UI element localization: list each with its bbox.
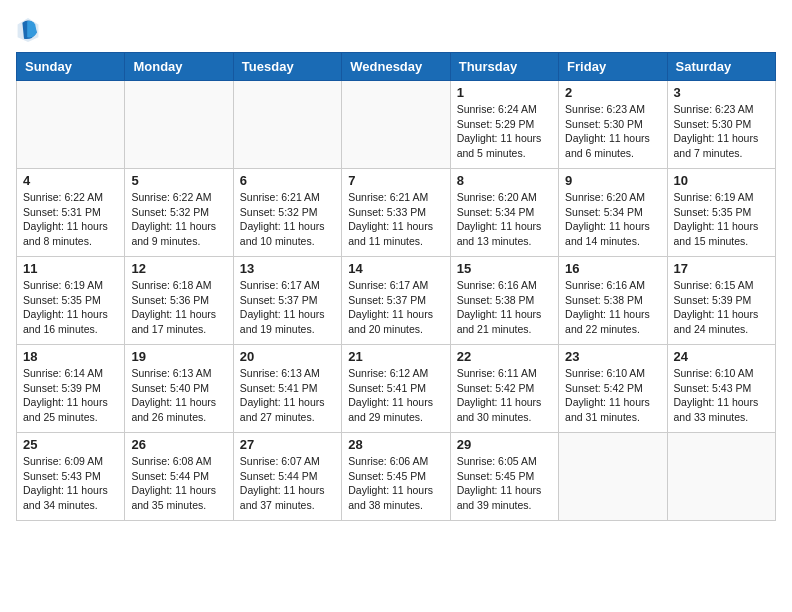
- calendar-cell: 17Sunrise: 6:15 AMSunset: 5:39 PMDayligh…: [667, 257, 775, 345]
- calendar-cell: 11Sunrise: 6:19 AMSunset: 5:35 PMDayligh…: [17, 257, 125, 345]
- day-info: Sunrise: 6:15 AMSunset: 5:39 PMDaylight:…: [674, 278, 769, 337]
- calendar-cell: 27Sunrise: 6:07 AMSunset: 5:44 PMDayligh…: [233, 433, 341, 521]
- calendar-cell: 3Sunrise: 6:23 AMSunset: 5:30 PMDaylight…: [667, 81, 775, 169]
- day-info: Sunrise: 6:21 AMSunset: 5:32 PMDaylight:…: [240, 190, 335, 249]
- header: [16, 16, 776, 44]
- day-info: Sunrise: 6:07 AMSunset: 5:44 PMDaylight:…: [240, 454, 335, 513]
- calendar-cell: 15Sunrise: 6:16 AMSunset: 5:38 PMDayligh…: [450, 257, 558, 345]
- day-number: 12: [131, 261, 226, 276]
- calendar-cell: 7Sunrise: 6:21 AMSunset: 5:33 PMDaylight…: [342, 169, 450, 257]
- day-header-saturday: Saturday: [667, 53, 775, 81]
- day-info: Sunrise: 6:05 AMSunset: 5:45 PMDaylight:…: [457, 454, 552, 513]
- calendar-cell: 2Sunrise: 6:23 AMSunset: 5:30 PMDaylight…: [559, 81, 667, 169]
- day-info: Sunrise: 6:16 AMSunset: 5:38 PMDaylight:…: [457, 278, 552, 337]
- day-number: 11: [23, 261, 118, 276]
- day-number: 9: [565, 173, 660, 188]
- day-header-monday: Monday: [125, 53, 233, 81]
- day-number: 23: [565, 349, 660, 364]
- calendar-cell: 18Sunrise: 6:14 AMSunset: 5:39 PMDayligh…: [17, 345, 125, 433]
- day-number: 6: [240, 173, 335, 188]
- day-number: 24: [674, 349, 769, 364]
- calendar-table: SundayMondayTuesdayWednesdayThursdayFrid…: [16, 52, 776, 521]
- day-info: Sunrise: 6:13 AMSunset: 5:41 PMDaylight:…: [240, 366, 335, 425]
- day-info: Sunrise: 6:10 AMSunset: 5:43 PMDaylight:…: [674, 366, 769, 425]
- day-info: Sunrise: 6:10 AMSunset: 5:42 PMDaylight:…: [565, 366, 660, 425]
- day-number: 5: [131, 173, 226, 188]
- week-row-5: 25Sunrise: 6:09 AMSunset: 5:43 PMDayligh…: [17, 433, 776, 521]
- day-number: 7: [348, 173, 443, 188]
- day-info: Sunrise: 6:19 AMSunset: 5:35 PMDaylight:…: [23, 278, 118, 337]
- logo-icon: [16, 16, 40, 44]
- day-info: Sunrise: 6:20 AMSunset: 5:34 PMDaylight:…: [457, 190, 552, 249]
- logo: [16, 16, 44, 44]
- calendar-cell: [17, 81, 125, 169]
- day-number: 20: [240, 349, 335, 364]
- day-number: 10: [674, 173, 769, 188]
- day-info: Sunrise: 6:17 AMSunset: 5:37 PMDaylight:…: [240, 278, 335, 337]
- day-number: 8: [457, 173, 552, 188]
- calendar-cell: [559, 433, 667, 521]
- day-header-wednesday: Wednesday: [342, 53, 450, 81]
- day-info: Sunrise: 6:08 AMSunset: 5:44 PMDaylight:…: [131, 454, 226, 513]
- day-number: 14: [348, 261, 443, 276]
- calendar-cell: 10Sunrise: 6:19 AMSunset: 5:35 PMDayligh…: [667, 169, 775, 257]
- day-info: Sunrise: 6:22 AMSunset: 5:32 PMDaylight:…: [131, 190, 226, 249]
- calendar-cell: 14Sunrise: 6:17 AMSunset: 5:37 PMDayligh…: [342, 257, 450, 345]
- day-number: 19: [131, 349, 226, 364]
- day-number: 16: [565, 261, 660, 276]
- week-row-1: 1Sunrise: 6:24 AMSunset: 5:29 PMDaylight…: [17, 81, 776, 169]
- day-number: 21: [348, 349, 443, 364]
- calendar-cell: [125, 81, 233, 169]
- day-number: 18: [23, 349, 118, 364]
- day-info: Sunrise: 6:22 AMSunset: 5:31 PMDaylight:…: [23, 190, 118, 249]
- day-info: Sunrise: 6:09 AMSunset: 5:43 PMDaylight:…: [23, 454, 118, 513]
- calendar-cell: 19Sunrise: 6:13 AMSunset: 5:40 PMDayligh…: [125, 345, 233, 433]
- calendar-cell: 5Sunrise: 6:22 AMSunset: 5:32 PMDaylight…: [125, 169, 233, 257]
- day-info: Sunrise: 6:11 AMSunset: 5:42 PMDaylight:…: [457, 366, 552, 425]
- day-info: Sunrise: 6:20 AMSunset: 5:34 PMDaylight:…: [565, 190, 660, 249]
- day-number: 3: [674, 85, 769, 100]
- calendar-cell: 4Sunrise: 6:22 AMSunset: 5:31 PMDaylight…: [17, 169, 125, 257]
- day-number: 17: [674, 261, 769, 276]
- calendar-cell: 9Sunrise: 6:20 AMSunset: 5:34 PMDaylight…: [559, 169, 667, 257]
- calendar-cell: [667, 433, 775, 521]
- day-number: 28: [348, 437, 443, 452]
- day-number: 27: [240, 437, 335, 452]
- day-info: Sunrise: 6:14 AMSunset: 5:39 PMDaylight:…: [23, 366, 118, 425]
- day-header-tuesday: Tuesday: [233, 53, 341, 81]
- day-info: Sunrise: 6:23 AMSunset: 5:30 PMDaylight:…: [565, 102, 660, 161]
- day-info: Sunrise: 6:18 AMSunset: 5:36 PMDaylight:…: [131, 278, 226, 337]
- calendar-cell: 1Sunrise: 6:24 AMSunset: 5:29 PMDaylight…: [450, 81, 558, 169]
- calendar-cell: 12Sunrise: 6:18 AMSunset: 5:36 PMDayligh…: [125, 257, 233, 345]
- day-header-thursday: Thursday: [450, 53, 558, 81]
- calendar-cell: 25Sunrise: 6:09 AMSunset: 5:43 PMDayligh…: [17, 433, 125, 521]
- week-row-3: 11Sunrise: 6:19 AMSunset: 5:35 PMDayligh…: [17, 257, 776, 345]
- day-info: Sunrise: 6:19 AMSunset: 5:35 PMDaylight:…: [674, 190, 769, 249]
- week-row-4: 18Sunrise: 6:14 AMSunset: 5:39 PMDayligh…: [17, 345, 776, 433]
- calendar-cell: 21Sunrise: 6:12 AMSunset: 5:41 PMDayligh…: [342, 345, 450, 433]
- day-info: Sunrise: 6:06 AMSunset: 5:45 PMDaylight:…: [348, 454, 443, 513]
- calendar-cell: 6Sunrise: 6:21 AMSunset: 5:32 PMDaylight…: [233, 169, 341, 257]
- calendar-cell: 22Sunrise: 6:11 AMSunset: 5:42 PMDayligh…: [450, 345, 558, 433]
- day-number: 1: [457, 85, 552, 100]
- day-info: Sunrise: 6:17 AMSunset: 5:37 PMDaylight:…: [348, 278, 443, 337]
- calendar-cell: [342, 81, 450, 169]
- day-info: Sunrise: 6:12 AMSunset: 5:41 PMDaylight:…: [348, 366, 443, 425]
- calendar-cell: 20Sunrise: 6:13 AMSunset: 5:41 PMDayligh…: [233, 345, 341, 433]
- day-info: Sunrise: 6:23 AMSunset: 5:30 PMDaylight:…: [674, 102, 769, 161]
- calendar-cell: [233, 81, 341, 169]
- day-number: 15: [457, 261, 552, 276]
- calendar-cell: 23Sunrise: 6:10 AMSunset: 5:42 PMDayligh…: [559, 345, 667, 433]
- calendar-cell: 8Sunrise: 6:20 AMSunset: 5:34 PMDaylight…: [450, 169, 558, 257]
- day-number: 25: [23, 437, 118, 452]
- calendar-cell: 29Sunrise: 6:05 AMSunset: 5:45 PMDayligh…: [450, 433, 558, 521]
- day-number: 13: [240, 261, 335, 276]
- day-header-friday: Friday: [559, 53, 667, 81]
- day-number: 2: [565, 85, 660, 100]
- day-info: Sunrise: 6:21 AMSunset: 5:33 PMDaylight:…: [348, 190, 443, 249]
- day-info: Sunrise: 6:24 AMSunset: 5:29 PMDaylight:…: [457, 102, 552, 161]
- calendar-cell: 24Sunrise: 6:10 AMSunset: 5:43 PMDayligh…: [667, 345, 775, 433]
- calendar-header-row: SundayMondayTuesdayWednesdayThursdayFrid…: [17, 53, 776, 81]
- day-info: Sunrise: 6:16 AMSunset: 5:38 PMDaylight:…: [565, 278, 660, 337]
- day-number: 4: [23, 173, 118, 188]
